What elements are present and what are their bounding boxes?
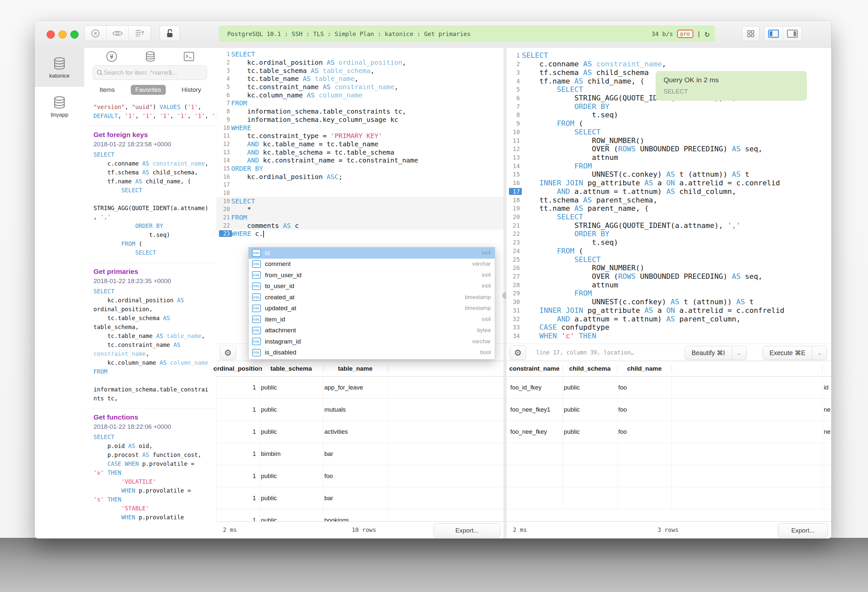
code-line[interactable]: 10 SELECT bbox=[506, 127, 831, 136]
code-line[interactable]: 20 SELECT bbox=[506, 213, 831, 221]
search-input[interactable] bbox=[103, 69, 204, 77]
code-line[interactable]: 10WHERE bbox=[216, 124, 504, 132]
tab-history[interactable]: History bbox=[177, 85, 206, 95]
code-line[interactable]: 21 STRING_AGG(QUOTE_IDENT(a.attname), ',… bbox=[506, 221, 831, 230]
minimize-window-button[interactable] bbox=[59, 30, 67, 38]
toggle-right-panel-button[interactable] bbox=[783, 27, 802, 41]
code-line[interactable]: 16 kc.ordinal_position ASC; bbox=[216, 173, 504, 181]
code-line[interactable]: 24 FROM ( bbox=[506, 247, 831, 255]
code-line[interactable]: 2 kc.ordinal_position AS ordinal_positio… bbox=[216, 59, 504, 67]
table-row[interactable]: 1bimbimbar bbox=[216, 443, 504, 465]
column-header[interactable]: child_schema bbox=[562, 361, 617, 376]
refresh-icon[interactable]: ↻ bbox=[704, 30, 710, 38]
table-row[interactable] bbox=[506, 465, 831, 487]
code-line[interactable]: 23WHERE c. bbox=[216, 230, 504, 238]
code-line[interactable]: 19 tt.name AS parent_name, ( bbox=[506, 204, 831, 213]
code-line[interactable]: 32 AND a.attnum = t.attnum) AS parent_co… bbox=[506, 314, 831, 323]
code-line[interactable]: 9 information_schema.key_column_usage kc bbox=[216, 116, 504, 124]
database-icon[interactable] bbox=[144, 50, 156, 62]
settings-gear-button[interactable]: ⚙ bbox=[220, 345, 236, 360]
table-row[interactable]: foo_nee_fkey1publicfoone bbox=[506, 399, 831, 421]
code-line[interactable]: 7 ORDER BY bbox=[506, 102, 831, 111]
code-line[interactable]: 4 tc.table_name AS table_name, bbox=[216, 75, 504, 83]
table-row[interactable]: 1publicbookings bbox=[216, 509, 504, 521]
table-row[interactable]: 1publicapp_for_leave bbox=[216, 376, 504, 399]
code-line[interactable]: 17 AND a.attnum = t.attnum) AS child_col… bbox=[506, 187, 831, 196]
code-line[interactable]: 14 FROM bbox=[506, 162, 831, 170]
code-line[interactable]: 28 attnum bbox=[506, 280, 831, 289]
table-row[interactable]: foo_id_fkeypublicfooid bbox=[506, 376, 831, 399]
autocomplete-item[interactable]: COLupdated_attimestamp bbox=[249, 303, 495, 314]
favorite-entry[interactable]: Get functions2018-01-22 18:22:06 +0000SE… bbox=[84, 409, 216, 527]
code-line[interactable]: 12 OVER (ROWS UNBOUNDED PRECEDING) AS se… bbox=[506, 145, 831, 153]
table-row[interactable]: 1publicactivities bbox=[216, 421, 504, 443]
connection-status-bar[interactable]: PostgreSQL 10.1 : SSH : TLS : Simple Pla… bbox=[218, 25, 715, 42]
table-row[interactable]: foo_nee_fkeypublicfoone bbox=[506, 421, 831, 443]
chevron-down-icon[interactable]: ⌄ bbox=[812, 346, 827, 360]
table-row[interactable]: 1publicfoo bbox=[216, 465, 504, 487]
export-button[interactable]: Export... bbox=[434, 523, 500, 538]
code-line[interactable]: 17 bbox=[216, 181, 504, 189]
autocomplete-item[interactable]: COLfrom_user_idint4 bbox=[249, 270, 495, 281]
beautify-button[interactable]: Beautify ⌘I ⌄ bbox=[685, 346, 747, 360]
table-row[interactable]: 1publicmutuals bbox=[216, 399, 504, 421]
connection-item-katonice[interactable]: katonice bbox=[35, 48, 84, 87]
code-line[interactable]: 33 CASE confupdtype bbox=[506, 323, 831, 332]
code-line[interactable]: 26 ROW_NUMBER() bbox=[506, 264, 831, 272]
favorite-entry[interactable]: Get foreign keys2018-01-22 18:23:58 +000… bbox=[84, 126, 216, 263]
code-line[interactable]: 29 FROM bbox=[506, 289, 831, 298]
code-line[interactable]: 1SELECT bbox=[506, 51, 831, 60]
autocomplete-item[interactable]: COLitem_idint4 bbox=[249, 314, 495, 325]
ssl-lock-button[interactable] bbox=[159, 25, 180, 41]
history-log-button[interactable] bbox=[129, 26, 151, 41]
autocomplete-item[interactable]: COLattachmentbytea bbox=[249, 325, 495, 336]
code-line[interactable]: 5 tc.constraint_name AS constraint_name, bbox=[216, 83, 504, 91]
chevron-down-icon[interactable]: ⌄ bbox=[732, 346, 747, 360]
code-line[interactable]: 19SELECT bbox=[216, 197, 504, 205]
code-line[interactable]: 23 t.seq) bbox=[506, 238, 831, 247]
column-header[interactable]: constraint_name bbox=[506, 361, 562, 376]
code-line[interactable]: 25 SELECT bbox=[506, 255, 831, 264]
code-line[interactable]: 22 ORDER BY bbox=[506, 230, 831, 238]
autocomplete-item[interactable]: COLcreated_attimestamp bbox=[249, 292, 495, 303]
favorite-entry[interactable]: Get primaries2018-01-22 18:23:35 +0000SE… bbox=[84, 263, 216, 409]
code-line[interactable]: 15ORDER BY bbox=[216, 164, 504, 173]
preview-button[interactable] bbox=[107, 26, 129, 41]
table-row[interactable] bbox=[506, 443, 831, 465]
code-line[interactable]: 1SELECT bbox=[216, 50, 504, 59]
sidebar-search[interactable] bbox=[93, 65, 207, 80]
code-line[interactable]: 16 INNER JOIN pg_attribute AS a ON a.att… bbox=[506, 179, 831, 187]
code-line[interactable]: 20 * bbox=[216, 205, 504, 213]
code-line[interactable]: 9 FROM ( bbox=[506, 119, 831, 128]
autocomplete-item[interactable]: COLinstagram_idvarchar bbox=[249, 336, 495, 347]
code-line[interactable]: 7FROM bbox=[216, 99, 504, 107]
code-line[interactable]: 18 bbox=[216, 189, 504, 197]
code-line[interactable]: 11 tc.constraint_type = 'PRIMARY KEY' bbox=[216, 132, 504, 140]
code-line[interactable]: 15 UNNEST(c.conkey) AS t (attnum)) AS t bbox=[506, 170, 831, 179]
settings-gear-button[interactable]: ⚙ bbox=[510, 345, 526, 360]
code-line[interactable]: 3 tc.table_schema AS table_schema, bbox=[216, 66, 504, 75]
pane-divider[interactable] bbox=[504, 48, 506, 539]
tab-items[interactable]: Items bbox=[95, 85, 119, 95]
autocomplete-item[interactable]: COLcommentvarchar bbox=[249, 259, 495, 270]
code-line[interactable]: 22 comments AS c bbox=[216, 221, 504, 230]
zoom-window-button[interactable] bbox=[70, 30, 78, 38]
autocomplete-item[interactable]: COLto_user_idint4 bbox=[249, 281, 495, 292]
plug-icon[interactable] bbox=[106, 50, 118, 62]
autocomplete-item[interactable]: COLidint4 bbox=[249, 247, 495, 259]
code-line[interactable]: 11 ROW_NUMBER() bbox=[506, 136, 831, 145]
code-line[interactable]: 34 WHEN 'c' THEN bbox=[506, 332, 831, 340]
table-row[interactable]: 1publicbar bbox=[216, 487, 504, 509]
code-line[interactable]: 21FROM bbox=[216, 213, 504, 221]
code-line[interactable]: 12 AND kc.table_name = tc.table_name bbox=[216, 140, 504, 148]
execute-button[interactable]: Execute ⌘E ⌄ bbox=[763, 346, 827, 360]
close-window-button[interactable] bbox=[47, 30, 55, 38]
terminal-icon[interactable] bbox=[183, 50, 195, 62]
autocomplete-item[interactable]: COLis_disabledbool bbox=[249, 347, 495, 359]
connection-item-tinyapp[interactable]: tinyapp bbox=[35, 87, 84, 126]
code-line[interactable]: 30 UNNEST(c.confkey) AS t (attnum)) AS t bbox=[506, 298, 831, 306]
code-line[interactable]: 13 AND kc.table_schema = tc.table_schema bbox=[216, 148, 504, 156]
column-header[interactable]: child_name bbox=[617, 361, 672, 376]
code-line[interactable]: 8 t.seq) bbox=[506, 111, 831, 119]
export-button[interactable]: Export... bbox=[778, 523, 828, 538]
